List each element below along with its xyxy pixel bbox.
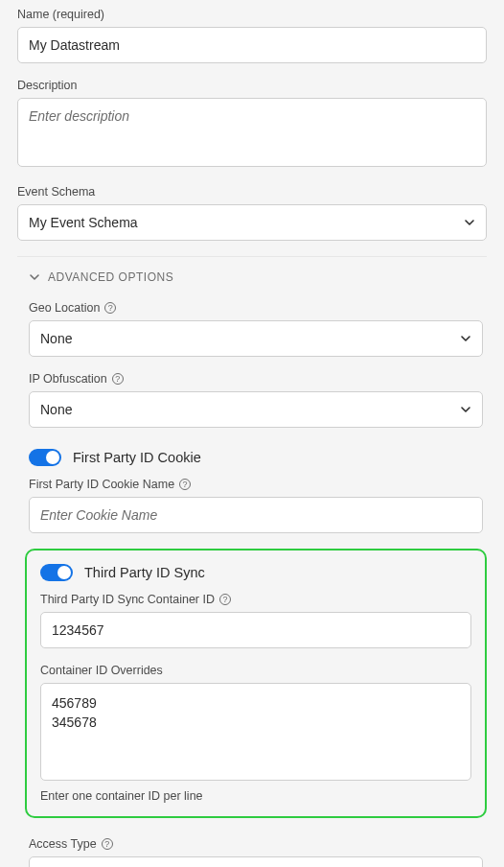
description-label: Description xyxy=(17,79,487,92)
first-party-cookie-toggle[interactable] xyxy=(29,449,61,466)
ip-obfuscation-select[interactable]: None xyxy=(29,391,483,428)
geo-location-select[interactable]: None xyxy=(29,320,483,357)
advanced-options-label: ADVANCED OPTIONS xyxy=(48,270,173,284)
ip-obfuscation-value: None xyxy=(40,402,72,417)
info-icon[interactable]: ? xyxy=(102,838,113,850)
third-party-container-id-input[interactable] xyxy=(40,612,471,648)
name-label: Name (required) xyxy=(17,8,487,21)
info-icon[interactable]: ? xyxy=(179,479,191,490)
container-overrides-helper: Enter one container ID per line xyxy=(40,789,471,803)
advanced-options-toggle[interactable]: ADVANCED OPTIONS xyxy=(29,270,487,284)
third-party-sync-toggle[interactable] xyxy=(40,564,73,581)
first-party-cookie-name-input[interactable] xyxy=(29,497,483,533)
third-party-sync-toggle-label: Third Party ID Sync xyxy=(84,565,205,580)
chevron-down-icon xyxy=(464,217,475,228)
access-type-select[interactable]: Mixed Authentication xyxy=(29,856,483,867)
container-overrides-textarea[interactable] xyxy=(40,683,471,781)
third-party-container-id-label: Third Party ID Sync Container ID xyxy=(40,593,215,606)
ip-obfuscation-label: IP Obfuscation xyxy=(29,372,107,386)
access-type-label: Access Type xyxy=(29,837,97,851)
third-party-sync-section: Third Party ID Sync Third Party ID Sync … xyxy=(25,549,487,818)
chevron-down-icon xyxy=(29,271,40,283)
info-icon[interactable]: ? xyxy=(104,302,116,314)
event-schema-value: My Event Schema xyxy=(29,215,138,230)
info-icon[interactable]: ? xyxy=(112,373,124,385)
description-textarea[interactable] xyxy=(17,98,487,167)
first-party-cookie-name-label: First Party ID Cookie Name xyxy=(29,478,174,491)
event-schema-select[interactable]: My Event Schema xyxy=(17,204,487,241)
first-party-cookie-toggle-label: First Party ID Cookie xyxy=(73,450,201,465)
name-input[interactable] xyxy=(17,27,487,63)
container-overrides-label: Container ID Overrides xyxy=(40,664,471,677)
section-divider xyxy=(17,256,487,257)
chevron-down-icon xyxy=(460,333,471,344)
geo-location-label: Geo Location xyxy=(29,301,100,315)
chevron-down-icon xyxy=(460,404,471,415)
event-schema-label: Event Schema xyxy=(17,185,487,199)
geo-location-value: None xyxy=(40,331,72,346)
info-icon[interactable]: ? xyxy=(219,594,231,605)
